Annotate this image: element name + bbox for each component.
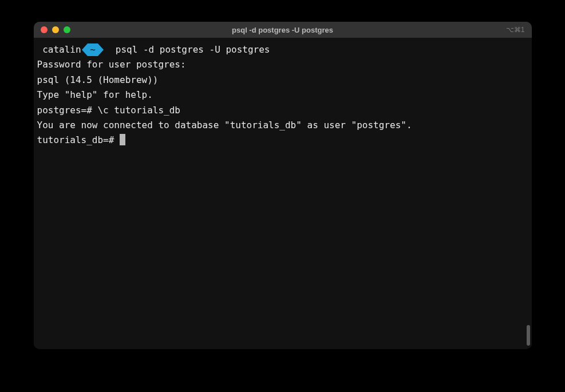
current-prompt-line: tutorials_db=# [37,133,528,148]
current-prompt: tutorials_db=# [37,134,120,145]
maximize-button[interactable] [64,26,70,33]
traffic-lights [41,26,70,33]
close-button[interactable] [41,26,48,33]
scrollbar-thumb[interactable] [527,325,530,346]
output-line: psql (14.5 (Homebrew)) [37,73,528,88]
output-line: You are now connected to database "tutor… [37,118,528,133]
prompt-command: psql -d postgres -U postgres [116,44,270,55]
prompt-line: catalin ~ psql -d postgres -U postgres [37,42,528,57]
output-line: postgres=# \c tutorials_db [37,103,528,118]
output-line: Password for user postgres: [37,57,528,72]
prompt-user: catalin [42,44,81,55]
prompt-dir: ~ [88,43,98,56]
window-title: psql -d postgres -U postgres [34,26,532,34]
minimize-button[interactable] [52,26,59,33]
terminal-body[interactable]: catalin ~ psql -d postgres -U postgres P… [34,38,532,349]
prompt-dir-badge: ~ [88,43,98,56]
terminal-window: psql -d postgres -U postgres ⌥⌘1 catalin… [34,22,532,349]
titlebar[interactable]: psql -d postgres -U postgres ⌥⌘1 [34,22,532,38]
cursor [120,134,125,145]
window-shortcut-label: ⌥⌘1 [506,26,525,34]
output-line: Type "help" for help. [37,88,528,102]
